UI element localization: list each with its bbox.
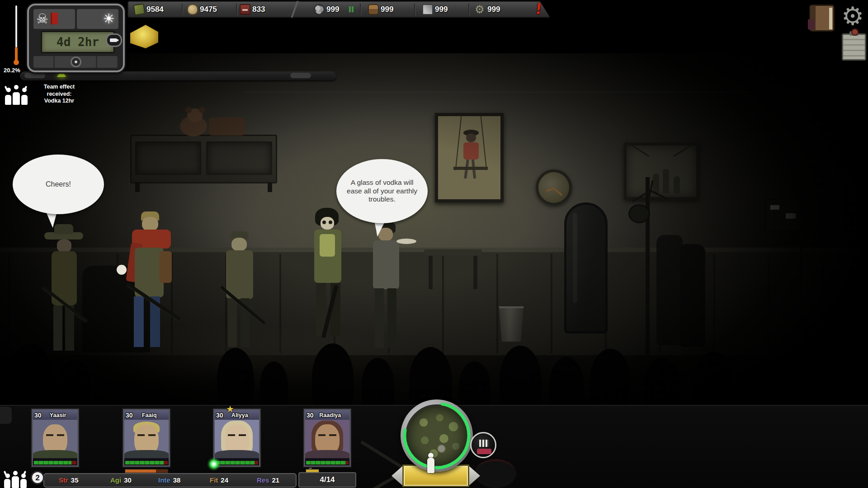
minimap-progress-ring — [401, 399, 473, 472]
hanging-coat — [680, 244, 705, 347]
medicine-icon — [240, 4, 250, 15]
quest-clipboard-button[interactable] — [842, 33, 866, 61]
resource-ammo: 9584 — [134, 2, 164, 17]
wall-clock — [536, 169, 572, 206]
side-table — [424, 249, 482, 256]
notification-line: Team effect — [30, 84, 89, 91]
traveler-person-icon — [425, 453, 437, 480]
glowing-lamp — [130, 25, 158, 48]
resource-value: 9475 — [200, 5, 217, 14]
light-indicator: ☀ — [77, 9, 118, 29]
journal-button[interactable] — [809, 5, 835, 32]
resource-value: 999 — [326, 5, 339, 14]
crowd-silhouette — [362, 358, 394, 412]
stat-label: Fit — [210, 476, 218, 484]
food-icon — [187, 4, 198, 15]
speech-text: A glass of vodka will ease all of your e… — [346, 178, 418, 204]
health-bar — [215, 460, 259, 465]
panel-segment-row — [33, 56, 118, 68]
party-member-portrait[interactable]: 30 Yaasir — [32, 409, 79, 467]
speech-bubble-right: A glass of vodka will ease all of your e… — [336, 159, 428, 223]
crowd-silhouette — [694, 352, 733, 413]
character-waiter[interactable] — [359, 221, 418, 356]
resource-components: ⚙ 999 — [475, 2, 500, 17]
stat-label: Inte — [158, 476, 170, 484]
party-member-portrait[interactable]: 30 Raadiya — [304, 409, 351, 467]
member-level: 30 — [126, 412, 133, 419]
member-level: 30 — [216, 412, 223, 419]
party-member-portrait[interactable]: 30 Faaiq — [123, 409, 170, 467]
notification-line: Vodka 12hr — [30, 98, 89, 105]
ammo-icon — [133, 3, 145, 15]
wood-icon — [368, 4, 379, 15]
hanging-coat — [656, 235, 683, 345]
hud-divider-strip — [20, 71, 336, 80]
stat-label: Agi — [110, 476, 121, 484]
stat-value: 30 — [124, 476, 132, 484]
stat-res: Res 21 — [257, 476, 279, 484]
settings-gear-icon[interactable]: ⚙ — [838, 1, 867, 32]
location-marker[interactable] — [470, 432, 496, 458]
background-wheel — [475, 459, 516, 488]
resource-medicine: 833 — [240, 2, 265, 17]
teddy-bear — [177, 108, 250, 136]
swing-girl-painting — [435, 113, 504, 202]
stat-fit: Fit 24 — [210, 476, 228, 484]
stone-icon — [314, 4, 325, 15]
team-size-indicator: 2 — [4, 470, 44, 488]
danger-flag — [51, 13, 58, 24]
resource-wood: 999 — [368, 2, 393, 17]
member-name: Raadiya — [314, 412, 347, 418]
notification-line: received: — [30, 91, 89, 98]
hanging-kettle — [628, 204, 650, 223]
health-bar — [33, 460, 77, 465]
standing-mirror — [564, 202, 608, 333]
health-bar — [124, 460, 169, 465]
stat-label: Res — [257, 476, 269, 484]
character-red-scarf[interactable] — [108, 211, 190, 361]
panel-round-button[interactable] — [71, 56, 81, 67]
framed-picture — [624, 143, 699, 200]
sideboard-cabinet — [130, 135, 277, 183]
member-level: 30 — [34, 412, 42, 419]
stat-agi: Agi 30 — [110, 476, 132, 484]
member-name: Faaiq — [133, 412, 166, 418]
member-level: 30 — [307, 412, 314, 419]
stat-value: 38 — [173, 476, 181, 484]
resource-value: 999 — [487, 5, 500, 14]
resource-value: 999 — [435, 5, 448, 14]
character-skull-face[interactable] — [296, 208, 364, 357]
travel-progress: 4/14 — [298, 472, 356, 488]
speech-bubble-left: Cheers! — [13, 155, 104, 214]
metal-bucket — [497, 306, 525, 342]
leader-star-icon: ★ — [226, 404, 234, 414]
wall-banner — [765, 199, 802, 231]
stat-value: 24 — [221, 476, 228, 484]
crowd-silhouette — [260, 361, 288, 409]
stat-inte: Inte 38 — [158, 476, 180, 484]
danger-indicator: ☠ — [33, 9, 75, 29]
battery-button[interactable] — [106, 33, 122, 47]
temperature-value: 20.2% — [4, 67, 20, 74]
sun-icon: ☀ — [103, 9, 115, 29]
stat-str: Str 35 — [59, 476, 79, 484]
team-effect-notification: Team effect received: Vodka 12hr — [30, 84, 89, 105]
game-screen: Cheers! A glass of vodka will ease all o… — [0, 0, 868, 488]
team-effect-icon — [5, 82, 29, 105]
component-gear-icon: ⚙ — [475, 4, 486, 15]
crowd-silhouette — [59, 359, 90, 411]
resource-stone: 999 — [314, 2, 339, 17]
panel-left-tab[interactable] — [0, 407, 12, 424]
heal-sparkle-effect — [207, 457, 221, 471]
resource-value: 999 — [381, 5, 393, 14]
bar-separator — [290, 0, 298, 21]
character-hat-soldier[interactable] — [35, 222, 94, 357]
parts-icon — [422, 4, 433, 15]
skull-icon: ☠ — [36, 11, 48, 27]
time-panel: ☠ ☀ 4d 2hr — [27, 4, 125, 72]
character-bandana-soldier[interactable] — [209, 231, 272, 357]
team-count-badge: 2 — [31, 471, 44, 484]
member-status-bar — [125, 469, 168, 473]
resource-value: 833 — [252, 5, 265, 14]
minimap[interactable] — [401, 399, 473, 472]
